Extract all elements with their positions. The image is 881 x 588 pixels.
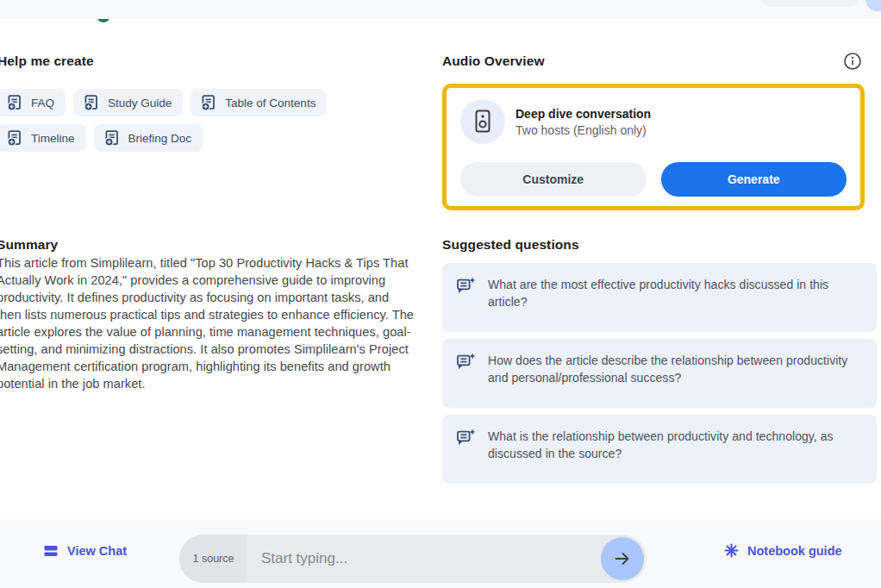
chip-label: Study Guide: [108, 97, 172, 109]
doc-add-icon: [6, 94, 23, 111]
info-circle-icon[interactable]: [843, 52, 862, 71]
notebook-guide-button[interactable]: Notebook guide: [724, 543, 842, 558]
chat-sparkle-icon: [456, 353, 476, 372]
chat-sparkle-icon: [456, 428, 476, 448]
top-band: [0, 0, 881, 19]
suggested-question-text: What is the relationship between product…: [488, 428, 861, 462]
arrow-right-icon: [612, 548, 633, 569]
chip-label: Table of Contents: [225, 97, 316, 109]
suggested-question-card[interactable]: What is the relationship between product…: [442, 415, 877, 484]
deep-dive-subtitle: Two hosts (English only): [515, 123, 651, 137]
chip-briefing-doc[interactable]: Briefing Doc: [94, 124, 203, 152]
chip-label: Briefing Doc: [128, 132, 192, 145]
suggested-question-text: How does the article describe the relati…: [488, 352, 861, 386]
header-button-fragment: [759, 0, 861, 7]
suggested-questions-title: Suggested questions: [442, 237, 579, 253]
doc-add-icon: [6, 129, 23, 147]
source-count-badge[interactable]: 1 source: [179, 535, 247, 583]
notebooklm-guide-page: Help me create FAQ Study Guide Table of …: [0, 0, 881, 588]
help-me-create-title: Help me create: [0, 53, 94, 69]
source-count-label: 1 source: [193, 553, 234, 565]
help-me-create-chips: FAQ Study Guide Table of Contents Timeli…: [0, 89, 378, 160]
summary-text: This article from Simplilearn, titled "T…: [0, 254, 416, 392]
chip-timeline[interactable]: Timeline: [0, 124, 86, 152]
generate-button[interactable]: Generate: [661, 162, 847, 197]
notebook-guide-label: Notebook guide: [747, 544, 842, 558]
chat-input-bar: 1 source: [179, 535, 647, 583]
customize-button[interactable]: Customize: [460, 162, 647, 197]
chip-study-guide[interactable]: Study Guide: [73, 89, 183, 116]
view-chat-button[interactable]: View Chat: [43, 543, 127, 559]
deep-dive-row: Deep dive conversation Two hosts (Englis…: [460, 99, 847, 144]
audio-overview-title: Audio Overview: [442, 53, 545, 69]
chip-label: Timeline: [31, 132, 75, 145]
summary-title: Summary: [0, 237, 58, 253]
suggested-question-card[interactable]: How does the article describe the relati…: [442, 339, 877, 408]
deep-dive-text: Deep dive conversation Two hosts (Englis…: [515, 107, 651, 137]
sparkle-asterisk-icon: [724, 543, 739, 558]
suggested-question-text: What are the most effective productivity…: [488, 276, 861, 310]
chat-panel-icon: [43, 543, 59, 559]
audio-actions: Customize Generate: [460, 162, 847, 197]
chat-input[interactable]: [261, 550, 601, 567]
chip-faq[interactable]: FAQ: [0, 89, 66, 116]
chip-label: FAQ: [31, 97, 54, 109]
audio-overview-card: Deep dive conversation Two hosts (Englis…: [442, 84, 865, 210]
chip-table-of-contents[interactable]: Table of Contents: [191, 89, 327, 116]
send-button[interactable]: [601, 537, 644, 580]
doc-add-icon: [103, 129, 121, 147]
chat-sparkle-icon: [456, 277, 476, 297]
deep-dive-title: Deep dive conversation: [515, 107, 651, 121]
speaker-icon: [472, 109, 494, 134]
view-chat-label: View Chat: [67, 544, 127, 558]
doc-add-icon: [83, 94, 100, 111]
chat-footer-bar: View Chat 1 source Notebook guide: [0, 519, 881, 588]
suggested-question-card[interactable]: What are the most effective productivity…: [442, 263, 877, 332]
speaker-avatar: [460, 99, 505, 144]
doc-add-icon: [200, 94, 217, 111]
